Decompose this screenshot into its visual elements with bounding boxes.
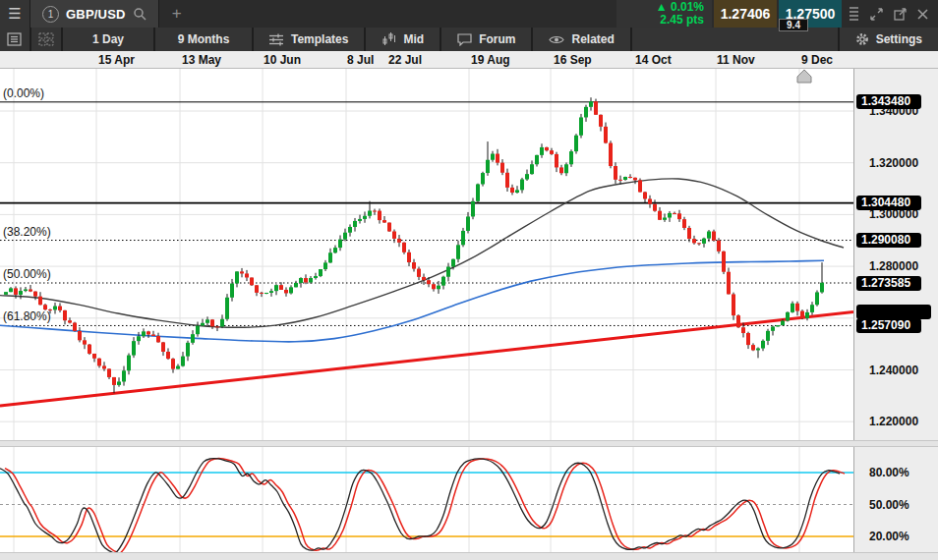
tab-number-badge: 1 (42, 6, 59, 23)
legend-button[interactable] (0, 28, 29, 51)
horizontal-scrollbar[interactable] (0, 552, 938, 560)
price-badge: 1.257090 (856, 318, 921, 333)
price-badge: 1.290080 (856, 233, 921, 248)
panel-resize-handle[interactable] (0, 440, 938, 447)
price-badge: 1.273585 (856, 276, 921, 291)
layout-grid-button[interactable] (31, 28, 61, 51)
x-axis-label: 14 Oct (635, 53, 672, 67)
price-badge: 1.304480 (856, 196, 921, 210)
price-badge (856, 305, 931, 319)
window-controls (842, 0, 938, 28)
hamburger-icon: ☰ (8, 5, 21, 23)
stochastic-chart-area[interactable] (0, 447, 853, 552)
x-axis-label: 22 Jul (388, 53, 422, 67)
x-axis[interactable]: 15 Apr13 May10 Jun8 Jul22 Jul19 Aug16 Se… (0, 51, 938, 69)
templates-button[interactable]: Templates (254, 28, 364, 51)
fib-level-label: (38.20%) (3, 225, 51, 239)
stochastic-axis[interactable]: 80.00%50.00%20.00% (853, 447, 938, 552)
price-type-button[interactable]: Mid (366, 28, 440, 51)
related-button[interactable]: Related (533, 28, 629, 51)
x-axis-label: 16 Sep (554, 53, 592, 67)
settings-button[interactable]: Settings (840, 28, 938, 51)
price-badge: 1.343480 (856, 94, 921, 109)
sliders-icon (269, 33, 284, 46)
price-axis[interactable]: 1.3400001.3200001.3000001.2800001.260000… (853, 69, 938, 440)
topbar-spacer (195, 0, 616, 28)
stochastic-axis-label: 20.00% (869, 530, 909, 543)
price-axis-label: 1.240000 (869, 364, 918, 377)
fib-level-label: (61.80%) (3, 309, 51, 323)
search-icon[interactable] (133, 7, 147, 21)
stochastic-axis-label: 50.00% (869, 498, 909, 512)
interval-button[interactable]: 1 Day (63, 28, 153, 51)
x-axis-label: 13 May (182, 53, 221, 67)
price-change-block: ▲ 0.01% 2.45 pts (616, 0, 712, 28)
chart-tab-gbpusd[interactable]: 1 GBP/USD (30, 0, 159, 28)
candlestick-icon (381, 32, 396, 46)
legend-icon (7, 32, 23, 46)
gear-icon (855, 32, 869, 46)
x-axis-label: 8 Jul (347, 53, 374, 67)
x-axis-label: 15 Apr (98, 53, 135, 67)
fullscreen-icon[interactable] (870, 8, 883, 21)
change-points: 2.45 pts (660, 14, 704, 27)
depth-ladder-icon[interactable] (850, 6, 859, 22)
x-axis-label: 10 Jun (264, 53, 301, 67)
main-menu-button[interactable]: ☰ (0, 0, 30, 28)
grid-layout-icon (38, 32, 54, 46)
x-axis-label: 19 Aug (471, 53, 510, 67)
candles (4, 97, 824, 393)
speech-bubble-icon (457, 33, 472, 46)
up-arrow-icon: ▲ (656, 0, 668, 14)
price-axis-label: 1.320000 (869, 156, 918, 170)
ma-fast-line (0, 179, 844, 328)
range-button[interactable]: 9 Months (155, 28, 252, 51)
x-axis-label: 9 Dec (801, 53, 833, 67)
fib-level-label: (50.00%) (3, 267, 51, 281)
x-axis-label: 11 Nov (717, 53, 755, 67)
symbol-label: GBP/USD (66, 7, 126, 22)
forum-button[interactable]: Forum (441, 28, 531, 51)
sell-price-button[interactable]: 1.27406 (714, 0, 777, 28)
top-bar: ☰ 1 GBP/USD + ▲ 0.01% 2.45 pts 1.27406 1… (0, 0, 938, 28)
spread-badge: 9.4 (779, 19, 808, 31)
eye-icon (549, 34, 564, 45)
popout-window-icon[interactable] (894, 8, 907, 21)
fib-level-label: (0.00%) (3, 86, 44, 100)
trading-platform-window: ☰ 1 GBP/USD + ▲ 0.01% 2.45 pts 1.27406 1… (0, 0, 938, 560)
price-axis-label: 1.220000 (869, 415, 918, 428)
close-icon[interactable] (917, 9, 928, 20)
add-tab-button[interactable]: + (159, 0, 195, 28)
price-axis-label: 1.280000 (869, 259, 918, 273)
stochastic-axis-label: 80.00% (869, 466, 909, 479)
price-chart-area[interactable]: (0.00%)(38.20%)(50.00%)(61.80%) (0, 69, 853, 440)
